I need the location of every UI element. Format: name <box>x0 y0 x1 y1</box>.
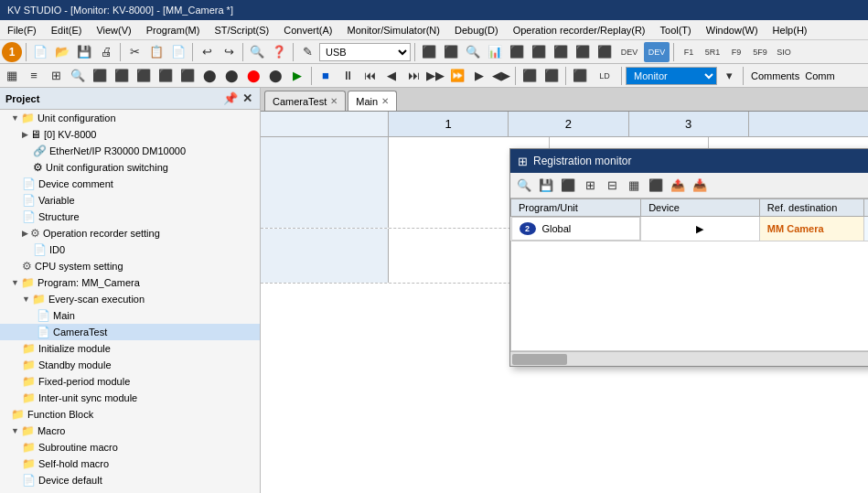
tb-b5[interactable]: ⬛ <box>507 42 527 62</box>
tb-print[interactable]: 🖨 <box>96 42 116 62</box>
tb-save[interactable]: 💾 <box>74 42 94 62</box>
reg-tb-2[interactable]: 💾 <box>536 176 556 196</box>
tb2-1[interactable]: ▦ <box>2 66 22 86</box>
menu-window[interactable]: Window(W) <box>699 23 766 38</box>
tb2-arrow[interactable]: ▾ <box>719 66 739 86</box>
tb2-2[interactable]: ≡ <box>24 66 44 86</box>
tb2-21[interactable]: ▶ <box>469 66 489 86</box>
reg-tb-9[interactable]: 📥 <box>690 176 710 196</box>
tb2-24[interactable]: ⬛ <box>541 66 562 86</box>
tree-structure[interactable]: 📄 Structure <box>0 209 260 225</box>
tb2-16[interactable]: ⏮ <box>359 66 380 86</box>
tb2-9[interactable]: ⬛ <box>177 66 198 86</box>
menu-debug[interactable]: Debug(D) <box>447 23 506 38</box>
tree-kv8000[interactable]: ▶ 🖥 [0] KV-8000 <box>0 126 260 143</box>
tb-cut[interactable]: ✂ <box>124 42 145 62</box>
tb-5f9[interactable]: 5F9 <box>749 42 771 62</box>
tb2-15[interactable]: ⏸ <box>338 66 358 86</box>
scroll-thumb[interactable] <box>512 354 567 365</box>
tb-copy[interactable]: 📋 <box>146 42 166 62</box>
tb-find[interactable]: 🔍 <box>247 42 267 62</box>
tab-main[interactable]: Main ✕ <box>348 91 397 111</box>
tb-b1[interactable]: ⬛ <box>419 42 439 62</box>
menu-tool[interactable]: Tool(T) <box>653 23 699 38</box>
tree-op-recorder[interactable]: ▶ ⚙ Operation recorder setting <box>0 225 260 241</box>
tree-standby-module[interactable]: 📁 Standby module <box>0 357 260 373</box>
tb2-12[interactable]: ⬤ <box>243 66 263 86</box>
tb-b7[interactable]: ⬛ <box>551 42 571 62</box>
tb2-3[interactable]: ⊞ <box>46 66 66 86</box>
menu-file[interactable]: File(F) <box>0 23 44 38</box>
tree-device-comment[interactable]: 📄 Device comment <box>0 176 260 192</box>
tb-5r1[interactable]: 5R1 <box>702 42 723 62</box>
tb-undo[interactable]: ↩ <box>197 42 217 62</box>
tb-paste[interactable]: 📄 <box>168 42 188 62</box>
tb-f1[interactable]: F1 <box>678 42 700 62</box>
tree-every-scan[interactable]: ▼ 📁 Every-scan execution <box>0 291 260 307</box>
tb2-25[interactable]: ⬛ <box>570 66 590 86</box>
reg-tb-8[interactable]: 📤 <box>668 176 688 196</box>
tree-camera-test[interactable]: 📄 CameraTest <box>0 324 260 340</box>
tb2-20[interactable]: ⏩ <box>447 66 467 86</box>
tb-open[interactable]: 📂 <box>52 42 72 62</box>
tb-sio[interactable]: SIO <box>773 42 795 62</box>
tree-ethernet[interactable]: 🔗 EtherNet/IP R30000 DM10000 <box>0 143 260 159</box>
menu-help[interactable]: Help(H) <box>766 23 815 38</box>
sidebar-close[interactable]: ✕ <box>240 91 254 106</box>
menu-convert[interactable]: Convert(A) <box>276 23 339 38</box>
tb-b9[interactable]: ⬛ <box>595 42 615 62</box>
tree-cpu-system[interactable]: ⚙ CPU system setting <box>0 258 260 274</box>
tree-device-default[interactable]: 📄 Device default <box>0 472 260 488</box>
reg-scrollbar[interactable] <box>510 351 868 366</box>
menu-view[interactable]: View(V) <box>89 23 138 38</box>
reg-tb-1[interactable]: 🔍 <box>514 176 534 196</box>
tb2-23[interactable]: ⬛ <box>520 66 540 86</box>
tb-redo[interactable]: ↪ <box>219 42 239 62</box>
reg-tb-3[interactable]: ⬛ <box>558 176 578 196</box>
monitor-dropdown[interactable]: Monitor <box>626 67 717 85</box>
tree-id0[interactable]: 📄 ID0 <box>0 241 260 258</box>
tb-b8[interactable]: ⬛ <box>573 42 593 62</box>
tree-init-module[interactable]: 📁 Initialize module <box>0 340 260 357</box>
tb2-6[interactable]: ⬛ <box>112 66 132 86</box>
tb-mode[interactable]: ✎ <box>297 42 317 62</box>
sidebar-pin[interactable]: 📌 <box>223 91 238 106</box>
tb-b3[interactable]: 🔍 <box>463 42 483 62</box>
tb2-19[interactable]: ▶▶ <box>425 66 445 86</box>
tree-fixed-period[interactable]: 📁 Fixed-period module <box>0 373 260 390</box>
reg-tb-4[interactable]: ⊞ <box>580 176 600 196</box>
tb2-17[interactable]: ◀ <box>381 66 402 86</box>
tb-b4[interactable]: 📊 <box>485 42 505 62</box>
tree-selfhold[interactable]: 📁 Self-hold macro <box>0 455 260 472</box>
tab-main-close[interactable]: ✕ <box>381 96 389 106</box>
tb-b6[interactable]: ⬛ <box>529 42 549 62</box>
tb2-10[interactable]: ⬤ <box>199 66 220 86</box>
tb2-14[interactable]: ■ <box>316 66 336 86</box>
tree-subroutine[interactable]: 📁 Subroutine macro <box>0 439 260 455</box>
menu-operation[interactable]: Operation recorder/Replay(R) <box>506 23 653 38</box>
menu-program[interactable]: Program(M) <box>139 23 208 38</box>
tb2-7[interactable]: ⬛ <box>134 66 154 86</box>
menu-edit[interactable]: Edit(E) <box>44 23 90 38</box>
tb2-22[interactable]: ◀▶ <box>491 66 511 86</box>
tb2-11[interactable]: ⬤ <box>221 66 241 86</box>
tree-macro[interactable]: ▼ 📁 Macro <box>0 423 260 439</box>
tb2-18[interactable]: ⏭ <box>403 66 423 86</box>
tree-function-block[interactable]: 📁 Function Block <box>0 406 260 423</box>
tree-unit-switch[interactable]: ⚙ Unit configuration switching <box>0 159 260 176</box>
tree-variable[interactable]: 📄 Variable <box>0 192 260 209</box>
tb-f9[interactable]: F9 <box>725 42 747 62</box>
tb2-13[interactable]: ⬤ <box>265 66 285 86</box>
tb2-26[interactable]: LD <box>592 66 617 86</box>
tb2-5[interactable]: ⬛ <box>90 66 110 86</box>
tree-program-mm[interactable]: ▼ 📁 Program: MM_Camera <box>0 274 260 291</box>
reg-tb-6[interactable]: ▦ <box>624 176 644 196</box>
tb-dev1[interactable]: DEV <box>616 42 642 62</box>
reg-tb-7[interactable]: ⬛ <box>646 176 666 196</box>
tb-help[interactable]: ❓ <box>269 42 289 62</box>
menu-monitor[interactable]: Monitor/Simulator(N) <box>339 23 446 38</box>
menu-st[interactable]: ST/Script(S) <box>207 23 276 38</box>
reg-tb-5[interactable]: ⊟ <box>602 176 622 196</box>
tab-camera-test[interactable]: CameraTest ✕ <box>264 91 346 111</box>
tb-dev2[interactable]: DEV <box>644 42 670 62</box>
